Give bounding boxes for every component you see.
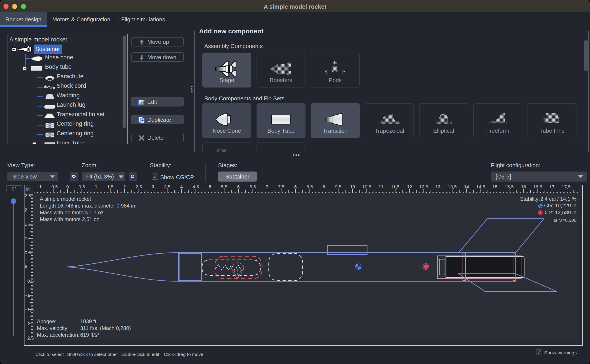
svg-text:11: 11: [378, 185, 383, 189]
svg-text:2: 2: [123, 185, 126, 189]
svg-text:Mass with no motors 1,7 oz: Mass with no motors 1,7 oz: [40, 209, 104, 215]
svg-text:1039 ft: 1039 ft: [80, 318, 96, 324]
svg-text:4,5: 4,5: [193, 185, 199, 189]
svg-text:2: 2: [25, 207, 27, 212]
svg-text:Max. velocity:: Max. velocity:: [37, 325, 69, 331]
svg-text:7,5: 7,5: [278, 185, 284, 189]
svg-text:0,5: 0,5: [79, 185, 85, 189]
svg-text:A simple model rocket: A simple model rocket: [40, 196, 91, 202]
svg-text:−2: −2: [25, 321, 30, 326]
svg-text:2,5: 2,5: [25, 193, 31, 198]
svg-text:619 ft/s2: 619 ft/s2: [80, 332, 100, 338]
svg-text:−0,5: −0,5: [25, 279, 34, 284]
svg-text:Stability: 2,4 cal / 14,1 %: Stability: 2,4 cal / 14,1 %: [520, 196, 577, 202]
svg-text:−2,5: −2,5: [25, 335, 34, 340]
svg-text:4: 4: [180, 185, 183, 189]
svg-text:7: 7: [266, 185, 268, 189]
svg-text:−1: −1: [25, 293, 30, 298]
svg-text:13: 13: [436, 185, 441, 189]
svg-text:16: 16: [521, 185, 526, 189]
svg-text:5,5: 5,5: [221, 185, 228, 189]
svg-text:CG: 10,229 in: CG: 10,229 in: [544, 202, 577, 208]
svg-text:8,5: 8,5: [307, 185, 313, 189]
svg-text:17: 17: [549, 185, 554, 189]
svg-text:Max. acceleration:: Max. acceleration:: [37, 332, 80, 338]
svg-text:12: 12: [407, 185, 412, 189]
svg-text:0: 0: [25, 264, 27, 269]
svg-text:14,5: 14,5: [476, 185, 485, 189]
svg-text:9: 9: [323, 185, 325, 189]
svg-text:0,5: 0,5: [25, 250, 31, 255]
svg-text:6: 6: [237, 185, 240, 189]
svg-text:9,5: 9,5: [335, 185, 341, 189]
svg-text:3,5: 3,5: [164, 185, 170, 189]
svg-text:10,5: 10,5: [362, 185, 371, 189]
svg-text:1,5: 1,5: [107, 185, 114, 189]
svg-text:0: 0: [66, 185, 69, 189]
svg-text:3: 3: [152, 185, 154, 189]
svg-text:1: 1: [95, 185, 97, 189]
svg-text:15,5: 15,5: [505, 185, 514, 189]
svg-text:17,5: 17,5: [562, 185, 571, 189]
svg-text:8: 8: [294, 185, 297, 189]
svg-text:14: 14: [464, 185, 469, 189]
svg-text:13,5: 13,5: [448, 185, 457, 189]
svg-text:Length 16,748 in, max. diamete: Length 16,748 in, max. diameter 0,984 in: [40, 203, 135, 209]
svg-text:2,5: 2,5: [135, 185, 142, 189]
svg-text:5: 5: [209, 185, 211, 189]
svg-text:CP: 12,589 in: CP: 12,589 in: [545, 209, 577, 215]
svg-text:15: 15: [492, 185, 497, 189]
svg-text:1: 1: [25, 236, 27, 241]
svg-text:10: 10: [350, 185, 355, 189]
svg-text:at M=0,300: at M=0,300: [553, 218, 577, 223]
svg-text:−1,5: −1,5: [25, 307, 34, 312]
svg-text:Mass with motors 2,51 oz: Mass with motors 2,51 oz: [40, 216, 99, 222]
svg-text:1,5: 1,5: [25, 221, 31, 227]
svg-text:6,5: 6,5: [249, 185, 256, 189]
svg-text:311 ft/s (Mach 0,280): 311 ft/s (Mach 0,280): [80, 325, 131, 331]
svg-text:16,5: 16,5: [533, 185, 542, 189]
svg-text:11,5: 11,5: [391, 185, 399, 189]
svg-text:Apogee:: Apogee:: [37, 318, 56, 324]
svg-text:12,5: 12,5: [419, 185, 428, 189]
svg-text:−0,5: −0,5: [49, 185, 58, 189]
svg-text:−1: −1: [36, 185, 42, 189]
svg-text:in: in: [26, 187, 30, 192]
